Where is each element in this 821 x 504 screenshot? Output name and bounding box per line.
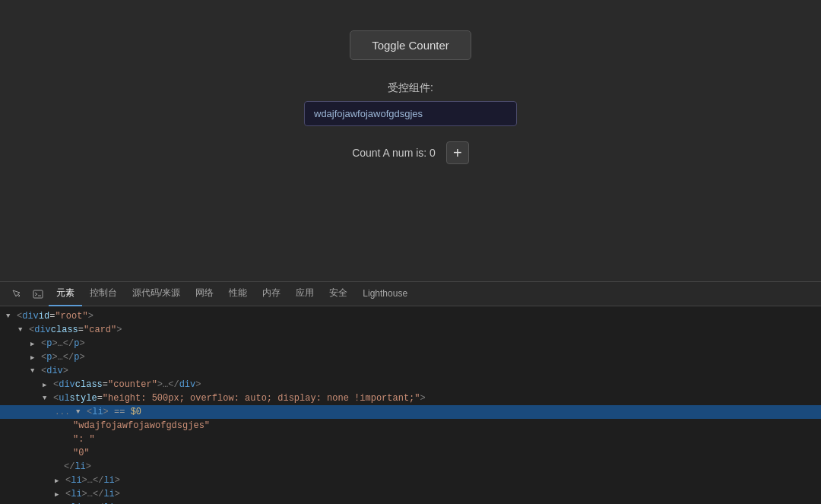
- triangle-icon[interactable]: ▶: [30, 340, 40, 348]
- tab-application[interactable]: 应用: [288, 282, 322, 306]
- triangle-icon[interactable]: ▶: [55, 490, 64, 499]
- dom-line[interactable]: "0": [0, 446, 821, 460]
- count-row: Count A num is: 0 +: [352, 141, 469, 164]
- triangle-icon[interactable]: ▼: [18, 326, 27, 334]
- dom-line[interactable]: ▶ <p> … </p>: [0, 337, 821, 350]
- triangle-icon[interactable]: ▶: [55, 477, 64, 485]
- tab-memory[interactable]: 内存: [255, 282, 288, 306]
- triangle-icon[interactable]: ▼: [76, 408, 85, 416]
- triangle-icon[interactable]: ▼: [43, 395, 52, 402]
- tab-performance[interactable]: 性能: [221, 282, 255, 306]
- toggle-counter-button[interactable]: Toggle Counter: [350, 30, 471, 60]
- controlled-label: 受控组件:: [388, 81, 433, 95]
- dom-line-selected[interactable]: ... ▼ <li> == $0: [0, 405, 821, 419]
- tab-elements[interactable]: 元素: [49, 282, 82, 306]
- dom-line[interactable]: ▼ <div id="root" >: [0, 309, 821, 323]
- dom-line[interactable]: ▶ <li> … </li>: [0, 487, 821, 501]
- count-label: Count A num is: 0: [352, 147, 436, 159]
- app-area: Toggle Counter 受控组件: Count A num is: 0 +: [0, 0, 821, 281]
- triangle-icon[interactable]: ▶: [30, 353, 40, 362]
- triangle-icon[interactable]: ▼: [30, 367, 40, 375]
- triangle-icon[interactable]: ▼: [6, 312, 15, 320]
- tab-sources[interactable]: 源代码/来源: [125, 282, 188, 306]
- dom-line[interactable]: ▶ <p> … </p>: [0, 350, 821, 364]
- devtools-panel: 元素 控制台 源代码/来源 网络 性能 内存 应用 安全 Lighthouse …: [0, 281, 821, 504]
- dom-line[interactable]: ▼ <ul style="height: 500px; overflow: au…: [0, 391, 821, 405]
- tab-network[interactable]: 网络: [188, 282, 221, 306]
- dom-line[interactable]: ": ": [0, 433, 821, 446]
- dom-line[interactable]: ▶ <li> … </li>: [0, 501, 821, 504]
- svg-rect-0: [33, 290, 43, 298]
- plus-button[interactable]: +: [446, 141, 469, 164]
- triangle-icon[interactable]: ▶: [43, 381, 52, 389]
- controlled-input[interactable]: [304, 101, 517, 126]
- tab-lighthouse[interactable]: Lighthouse: [355, 282, 415, 306]
- inspect-icon[interactable]: [6, 284, 27, 305]
- tab-security[interactable]: 安全: [322, 282, 355, 306]
- console-icon[interactable]: [27, 284, 49, 305]
- dots-indicator: ...: [55, 407, 73, 417]
- dom-line[interactable]: ▶ <div class="counter" > … </div>: [0, 378, 821, 391]
- tab-console[interactable]: 控制台: [82, 282, 125, 306]
- dom-line[interactable]: </li>: [0, 460, 821, 474]
- dom-line[interactable]: "wdajfojawfojawofgdsgjes": [0, 419, 821, 433]
- dom-line[interactable]: ▼ <div class="card" >: [0, 323, 821, 337]
- dom-line[interactable]: ▶ <li> … </li>: [0, 474, 821, 487]
- dom-line[interactable]: ▼ <div>: [0, 364, 821, 378]
- devtools-toolbar: 元素 控制台 源代码/来源 网络 性能 内存 应用 安全 Lighthouse: [0, 282, 821, 306]
- devtools-content: ▼ <div id="root" > ▼ <div class="card" >…: [0, 306, 821, 504]
